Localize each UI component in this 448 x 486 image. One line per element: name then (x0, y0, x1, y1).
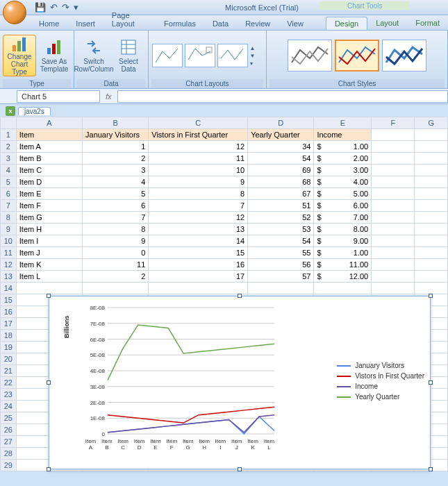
cell[interactable]: 14 (149, 235, 248, 247)
cell[interactable] (372, 271, 415, 283)
cell[interactable]: 67 (248, 188, 314, 200)
cell[interactable]: Item B (16, 153, 82, 165)
cell[interactable] (372, 141, 415, 153)
cell[interactable]: Item D (16, 176, 82, 188)
name-box[interactable] (17, 90, 100, 103)
cell[interactable]: $1.00 (314, 141, 372, 153)
chart-handle[interactable] (238, 467, 242, 471)
cell[interactable]: 9 (83, 235, 149, 247)
cell[interactable]: 6 (83, 200, 149, 212)
cell[interactable]: Item C (16, 165, 82, 176)
cell[interactable]: 8 (83, 224, 149, 235)
row-header[interactable]: 21 (1, 365, 17, 377)
cell[interactable]: $11.00 (314, 259, 372, 271)
row-header[interactable]: 12 (1, 259, 17, 271)
cell[interactable]: 9 (149, 176, 248, 188)
cell[interactable] (415, 224, 448, 235)
cell[interactable]: $5.00 (314, 188, 372, 200)
cell[interactable]: 53 (248, 224, 314, 235)
col-header-B[interactable]: B (83, 117, 149, 129)
cell[interactable] (415, 141, 448, 153)
col-header-F[interactable]: F (372, 117, 415, 129)
row-header[interactable]: 15 (1, 294, 17, 306)
cell[interactable]: 7 (83, 212, 149, 224)
cell[interactable] (372, 212, 415, 224)
col-header-G[interactable]: G (415, 117, 448, 129)
row-header[interactable]: 5 (1, 176, 17, 188)
chart-layout-3[interactable] (217, 44, 248, 67)
col-header-C[interactable]: C (149, 117, 248, 129)
chart-layout-1[interactable] (152, 44, 183, 67)
cell[interactable] (372, 224, 415, 235)
cell[interactable]: 68 (248, 176, 314, 188)
cell[interactable]: Item L (16, 271, 82, 283)
row-header[interactable]: 27 (1, 436, 17, 448)
tab-format[interactable]: Format (407, 17, 448, 30)
cell[interactable]: Yearly Quarter (248, 129, 314, 141)
cell[interactable]: 56 (248, 259, 314, 271)
cell[interactable]: 51 (248, 200, 314, 212)
cell[interactable]: 69 (248, 165, 314, 176)
row-header[interactable]: 9 (1, 224, 17, 235)
chart-handle[interactable] (429, 380, 433, 385)
cell[interactable]: Vistors in First Quarter (149, 129, 248, 141)
cell[interactable] (372, 153, 415, 165)
row-header[interactable]: 4 (1, 165, 17, 176)
cell[interactable]: $12.00 (314, 271, 372, 283)
cell[interactable] (372, 247, 415, 259)
row-header[interactable]: 29 (1, 460, 17, 471)
cell[interactable] (415, 188, 448, 200)
cell[interactable]: 55 (248, 247, 314, 259)
chart-handle[interactable] (47, 294, 51, 298)
cell[interactable] (372, 200, 415, 212)
cell[interactable]: $4.00 (314, 176, 372, 188)
cell[interactable]: $2.00 (314, 153, 372, 165)
cell[interactable]: 57 (248, 271, 314, 283)
cell[interactable] (415, 200, 448, 212)
row-header[interactable]: 19 (1, 342, 17, 353)
switch-row-column-button[interactable]: Switch Row/Column (77, 35, 110, 76)
cell[interactable]: $9.00 (314, 235, 372, 247)
cell[interactable] (372, 283, 415, 294)
cell[interactable] (372, 235, 415, 247)
cell[interactable]: 4 (83, 176, 149, 188)
cell[interactable] (415, 176, 448, 188)
col-header-E[interactable]: E (314, 117, 372, 129)
tab-formulas[interactable]: Formulas (156, 17, 204, 30)
workbook-name[interactable]: java2s (18, 107, 51, 115)
row-header[interactable]: 17 (1, 318, 17, 330)
office-orb-button[interactable] (3, 1, 26, 24)
row-header[interactable]: 11 (1, 247, 17, 259)
row-header[interactable]: 23 (1, 389, 17, 401)
cell[interactable]: 16 (149, 259, 248, 271)
chart-handle[interactable] (429, 467, 433, 471)
cell[interactable] (372, 165, 415, 176)
row-header[interactable]: 20 (1, 353, 17, 365)
fx-icon[interactable]: fx (106, 92, 112, 101)
row-header[interactable]: 25 (1, 412, 17, 424)
row-header[interactable]: 28 (1, 448, 17, 460)
embedded-chart[interactable]: Billions 01E-082E-083E-084E-085E-086E-08… (49, 296, 431, 469)
chart-handle[interactable] (429, 294, 433, 298)
row-header[interactable]: 3 (1, 153, 17, 165)
cell[interactable]: 52 (248, 212, 314, 224)
cell[interactable] (415, 165, 448, 176)
row-header[interactable]: 16 (1, 306, 17, 318)
cell[interactable]: Item F (16, 200, 82, 212)
cell[interactable]: 54 (248, 153, 314, 165)
cell[interactable]: 13 (149, 224, 248, 235)
cell[interactable] (372, 129, 415, 141)
tab-view[interactable]: View (279, 17, 312, 30)
row-header[interactable]: 22 (1, 377, 17, 389)
cell[interactable]: $6.00 (314, 200, 372, 212)
cell[interactable] (415, 283, 448, 294)
cell[interactable]: 54 (248, 235, 314, 247)
cell[interactable]: Item (16, 129, 82, 141)
layouts-up-icon[interactable]: ▲ (250, 45, 258, 51)
chart-handle[interactable] (47, 380, 51, 385)
cell[interactable] (372, 259, 415, 271)
row-header[interactable]: 26 (1, 424, 17, 436)
cell[interactable]: Item K (16, 259, 82, 271)
row-header[interactable]: 14 (1, 283, 17, 294)
redo-icon[interactable]: ↷ (62, 2, 69, 12)
